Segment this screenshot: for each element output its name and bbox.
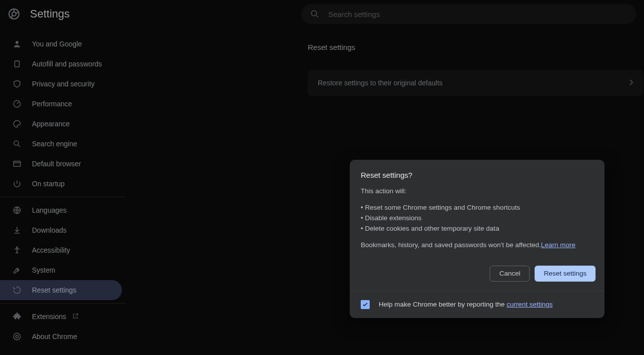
dialog-title: Reset settings? [350,160,605,182]
power-icon [12,179,22,189]
sidebar-item-label: On startup [32,180,64,188]
sidebar-item-label: Default browser [32,160,81,168]
sidebar-item-label: Appearance [32,120,70,128]
top-bar: Settings [0,0,644,28]
section-heading: Reset settings [308,43,355,51]
sidebar-item-label: You and Google [32,40,82,48]
sidebar-item-on-startup[interactable]: On startup [0,174,128,194]
chevron-right-icon [630,79,634,87]
sidebar-item-label: Privacy and security [32,80,94,88]
external-link-icon [72,313,80,321]
sidebar-item-system[interactable]: System [0,260,128,280]
sidebar-item-label: Accessibility [32,246,70,254]
cancel-button[interactable]: Cancel [490,266,530,282]
sidebar-item-performance[interactable]: Performance [0,94,128,114]
search-icon [12,139,22,149]
browser-icon [12,159,22,169]
svg-point-10 [13,333,20,340]
svg-point-9 [16,247,18,248]
sidebar-item-search-engine[interactable]: Search engine [0,134,128,154]
current-settings-link[interactable]: current settings [507,301,553,308]
sidebar-item-reset-settings[interactable]: Reset settings [0,280,122,300]
learn-more-link[interactable]: Learn more [541,241,576,249]
sidebar-item-label: Autofill and passwords [32,60,102,68]
search-icon [310,9,319,18]
chrome-icon [12,332,22,342]
sidebar-item-default-browser[interactable]: Default browser [0,154,128,174]
sidebar-item-label: Performance [32,100,72,108]
sidebar-item-label: System [32,266,55,274]
sidebar-item-about-chrome[interactable]: About Chrome [0,327,128,347]
clipboard-icon [12,59,22,69]
sidebar-item-extensions[interactable]: Extensions [0,307,128,327]
accessibility-icon [12,245,22,255]
sidebar-item-you-and-google[interactable]: You and Google [0,34,128,54]
svg-rect-4 [15,61,19,67]
sidebar-divider [0,303,126,304]
dialog-footer-text: Help make Chrome better by reporting the… [379,301,553,308]
reset-settings-button[interactable]: Reset settings [535,266,596,282]
sidebar-item-label: Extensions [32,313,66,321]
sidebar-item-label: Search engine [32,140,77,148]
sidebar: You and GoogleAutofill and passwordsPriv… [0,28,128,355]
wrench-icon [12,265,22,275]
restore-defaults-label: Restore settings to their original defau… [318,79,443,87]
svg-point-3 [15,41,18,44]
search-input[interactable] [328,10,627,18]
person-icon [12,39,22,49]
palette-icon [12,119,22,129]
extension-icon [12,312,22,322]
sidebar-item-label: Downloads [32,226,66,234]
dialog-note: Bookmarks, history, and saved passwords … [361,240,594,251]
sidebar-item-label: Reset settings [32,286,76,294]
reset-settings-dialog: Reset settings? This action will: Reset … [350,160,605,318]
page-title: Settings [30,7,70,20]
sidebar-item-languages[interactable]: Languages [0,200,128,220]
sidebar-item-accessibility[interactable]: Accessibility [0,240,128,260]
speedometer-icon [12,99,22,109]
restore-defaults-row[interactable]: Restore settings to their original defau… [308,70,644,96]
shield-icon [12,79,22,89]
svg-point-11 [15,335,18,338]
sidebar-item-appearance[interactable]: Appearance [0,114,128,134]
dialog-bullet: Reset some Chrome settings and Chrome sh… [361,203,594,213]
search-container[interactable] [301,4,636,24]
dialog-bullet-list: Reset some Chrome settings and Chrome sh… [361,203,594,234]
sidebar-item-label: Languages [32,206,66,214]
dialog-bullet: Disable extensions [361,213,594,224]
dialog-intro: This action will: [361,186,594,197]
sidebar-item-downloads[interactable]: Downloads [0,220,128,240]
svg-point-2 [311,10,317,16]
sidebar-item-label: About Chrome [32,333,77,341]
svg-point-6 [14,141,18,145]
report-checkbox[interactable] [361,300,370,309]
globe-icon [12,205,22,215]
restore-icon [12,285,22,295]
sidebar-item-autofill-and-passwords[interactable]: Autofill and passwords [0,54,128,74]
sidebar-divider [0,197,126,197]
dialog-bullet: Delete cookies and other temporary site … [361,224,594,234]
chrome-logo-icon [8,8,20,20]
download-icon [12,225,22,235]
svg-rect-7 [13,161,20,167]
sidebar-item-privacy-and-security[interactable]: Privacy and security [0,74,128,94]
